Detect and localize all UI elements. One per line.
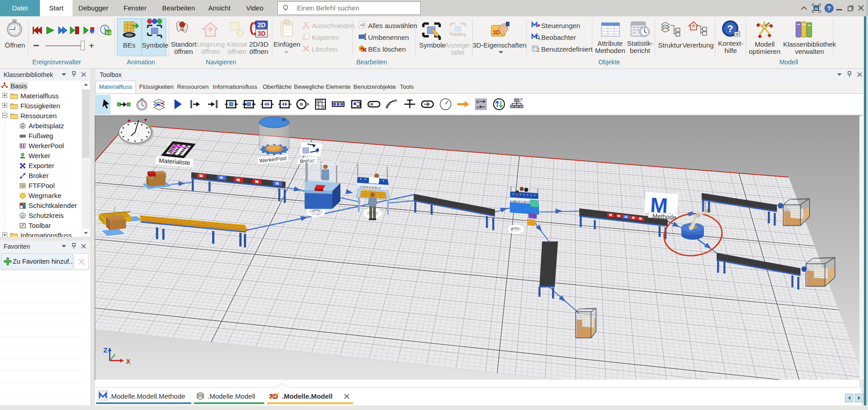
svg-text:X: X	[126, 357, 131, 365]
svg-text:3D: 3D	[257, 30, 266, 37]
svg-text:Z: Z	[103, 346, 107, 354]
svg-text:1:1: 1:1	[106, 31, 112, 35]
svg-text:Aβ: Aβ	[360, 23, 365, 27]
svg-text:?: ?	[727, 23, 733, 34]
svg-text:?: ?	[827, 5, 831, 12]
svg-text:2D: 2D	[257, 21, 266, 29]
svg-text:A=10: A=10	[454, 33, 461, 36]
svg-text:B: B	[476, 100, 479, 104]
svg-text:β: β	[22, 214, 24, 218]
svg-text:A: A	[476, 105, 479, 110]
